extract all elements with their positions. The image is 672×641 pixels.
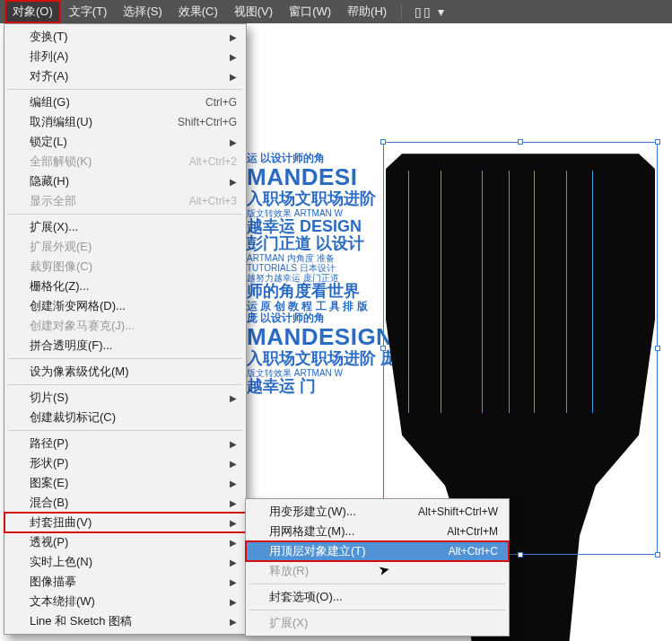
menu-item[interactable]: 文本绕排(W)▶ [4, 592, 246, 611]
menubar-separator [401, 4, 402, 20]
menu-item[interactable]: 取消编组(U)Shift+Ctrl+G [4, 112, 246, 132]
submenu-item[interactable]: 用顶层对象建立(T)Alt+Ctrl+C [246, 541, 509, 561]
menu-item-text[interactable]: 文字(T) [62, 1, 115, 22]
menu-item[interactable]: 创建渐变网格(D)... [4, 296, 246, 316]
menu-item: 扩展外观(E) [4, 237, 246, 257]
smart-guide [482, 171, 483, 413]
menu-item[interactable]: 混合(B)▶ [4, 493, 246, 513]
chevron-right-icon: ▶ [230, 439, 237, 449]
chevron-right-icon: ▶ [230, 518, 237, 528]
handle-tl[interactable] [380, 139, 386, 145]
submenu-item[interactable]: 封套选项(O)... [246, 587, 509, 607]
smart-guide [441, 171, 441, 413]
menu-item[interactable]: 路径(P)▶ [4, 434, 246, 453]
menu-item[interactable]: 切片(S)▶ [4, 388, 246, 408]
menu-item[interactable]: 创建裁切标记(C) [4, 408, 246, 427]
menu-item[interactable]: 拼合透明度(F)... [4, 336, 246, 356]
menu-item[interactable]: 封套扭曲(V)▶ [4, 513, 246, 532]
chevron-right-icon: ▶ [230, 617, 237, 627]
chevron-right-icon: ▶ [230, 32, 237, 42]
submenu-item[interactable]: 用变形建立(W)...Alt+Shift+Ctrl+W [246, 502, 509, 522]
smart-guide [566, 171, 567, 413]
chevron-right-icon: ▶ [230, 52, 237, 62]
menu-item[interactable]: 透视(P)▶ [4, 532, 246, 552]
menu-item[interactable]: 实时上色(N)▶ [4, 552, 246, 572]
menu-item[interactable]: 栅格化(Z)... [4, 277, 246, 296]
menu-item[interactable]: 排列(A)▶ [4, 47, 246, 66]
menubar: 对象(O) 文字(T) 选择(S) 效果(C) 视图(V) 窗口(W) 帮助(H… [0, 0, 672, 23]
menu-item-help[interactable]: 帮助(H) [340, 1, 394, 22]
menu-item: 创建对象马赛克(J)... [4, 316, 246, 336]
menu-item-window[interactable]: 窗口(W) [282, 1, 338, 22]
menu-item[interactable]: 设为像素级优化(M) [4, 362, 246, 382]
handle-br[interactable] [655, 552, 660, 558]
chevron-right-icon: ▶ [230, 393, 237, 403]
menu-item: 裁剪图像(C) [4, 257, 246, 277]
menu-item[interactable]: 变换(T)▶ [4, 27, 246, 47]
menu-item[interactable]: 编组(G)Ctrl+G [4, 92, 246, 112]
menu-item[interactable]: 图案(E)▶ [4, 473, 246, 493]
chevron-right-icon: ▶ [230, 597, 237, 607]
handle-ml[interactable] [380, 346, 386, 351]
menu-item[interactable]: Line 和 Sketch 图稿▶ [4, 611, 246, 631]
smart-guide [592, 171, 593, 413]
handle-bm[interactable] [518, 552, 523, 558]
chevron-right-icon: ▶ [230, 479, 237, 488]
menu-item[interactable]: 形状(P)▶ [4, 453, 246, 473]
smart-guide [509, 171, 510, 413]
menu-item[interactable]: 图像描摹▶ [4, 572, 246, 592]
menu-item: 全部解锁(K)Alt+Ctrl+2 [4, 152, 246, 171]
toolbar-layout-icon[interactable]: ▯▯ ▾ [409, 4, 451, 19]
menu-item: 显示全部Alt+Ctrl+3 [4, 191, 246, 211]
chevron-right-icon: ▶ [230, 558, 237, 567]
object-menu-dropdown: 变换(T)▶排列(A)▶对齐(A)▶编组(G)Ctrl+G取消编组(U)Shif… [4, 23, 247, 635]
chevron-right-icon: ▶ [230, 72, 237, 82]
chevron-right-icon: ▶ [230, 498, 237, 508]
chevron-right-icon: ▶ [230, 577, 237, 587]
chevron-right-icon: ▶ [230, 137, 237, 147]
menu-item-view[interactable]: 视图(V) [227, 1, 280, 22]
menu-item[interactable]: 扩展(X)... [4, 217, 246, 237]
menu-item-object[interactable]: 对象(O) [5, 1, 60, 22]
menu-item[interactable]: 对齐(A)▶ [4, 66, 246, 86]
smart-guide [408, 171, 409, 413]
handle-tm[interactable] [518, 139, 523, 145]
handle-tr[interactable] [655, 139, 660, 145]
chevron-right-icon: ▶ [230, 177, 237, 187]
handle-mr[interactable] [655, 346, 660, 351]
submenu-item: 扩展(X) [246, 613, 509, 633]
menu-item[interactable]: 锁定(L)▶ [4, 132, 246, 152]
menu-item-effect[interactable]: 效果(C) [171, 1, 225, 22]
menu-item-select[interactable]: 选择(S) [116, 1, 169, 22]
chevron-right-icon: ▶ [230, 459, 237, 469]
chevron-right-icon: ▶ [230, 538, 237, 548]
submenu-item[interactable]: 用网格建立(M)...Alt+Ctrl+M [246, 522, 509, 541]
smart-guide [534, 171, 535, 413]
menu-item[interactable]: 隐藏(H)▶ [4, 171, 246, 191]
selection-bounding-box[interactable] [383, 142, 658, 555]
